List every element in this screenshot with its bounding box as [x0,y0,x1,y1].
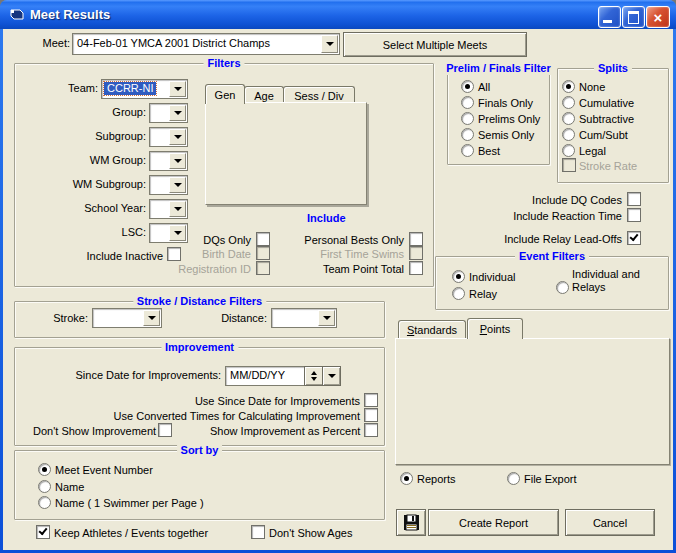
create-report-button[interactable]: Create Report [428,509,559,536]
since-date-field[interactable]: MM/DD/YY [225,366,306,386]
pf-all-radio[interactable] [461,80,474,93]
event-individual-and-relays-label[interactable]: Individual andRelays [572,268,652,294]
spinner-down-icon[interactable] [311,377,317,381]
pf-semis-only-radio[interactable] [461,128,474,141]
meet-select[interactable]: 04-Feb-01 YMCA 2001 District Champs [72,33,340,55]
use-since-date-label[interactable]: Use Since Date for Improvements [180,395,360,408]
show-improvement-percent-label[interactable]: Show Improvement as Percent [210,425,360,438]
show-improvement-percent-checkbox[interactable] [364,423,378,437]
splits-subtractive-label[interactable]: Subtractive [579,113,634,126]
splits-cumulative-label[interactable]: Cumulative [579,97,634,110]
sort-name-one-per-page-radio[interactable] [38,496,51,509]
distance-select-dropdown-icon[interactable] [318,310,335,326]
stroke-select-dropdown-icon[interactable] [143,310,160,326]
group-select-dropdown-icon[interactable] [169,105,186,121]
include-reaction-time-checkbox[interactable] [627,208,641,222]
wm-subgroup-select[interactable] [149,175,188,195]
include-dq-codes-checkbox[interactable] [627,192,641,206]
dont-show-ages-checkbox[interactable] [251,525,265,539]
pf-prelims-only-radio[interactable] [461,112,474,125]
use-converted-times-label[interactable]: Use Converted Times for Calculating Impr… [110,410,360,423]
splits-cumulative-radio[interactable] [562,96,575,109]
gender-tab-panel [205,102,367,205]
birth-date-label: Birth Date [154,248,251,261]
event-relay-radio[interactable] [452,287,465,300]
pf-finals-only-label[interactable]: Finals Only [478,97,533,110]
stroke-select[interactable] [92,308,162,328]
sort-meet-event-number-label[interactable]: Meet Event Number [55,464,153,477]
tab-gen[interactable]: Gen [205,84,245,104]
pf-best-radio[interactable] [461,144,474,157]
splits-cum-subt-label[interactable]: Cum/Subt [579,129,628,142]
splits-cum-subt-radio[interactable] [562,128,575,141]
window-title: Meet Results [30,7,110,22]
event-relay-label[interactable]: Relay [469,288,497,301]
cancel-button[interactable]: Cancel [565,509,655,536]
reports-radio[interactable] [400,472,413,485]
team-select-dropdown-icon[interactable] [169,81,186,97]
dont-show-ages-label[interactable]: Don't Show Ages [269,527,352,540]
tab-standards[interactable]: Standards [398,320,466,339]
meet-select-dropdown-icon[interactable] [321,35,338,53]
include-reaction-time-label[interactable]: Include Reaction Time [502,210,622,223]
save-button[interactable] [396,509,426,536]
splits-title: Splits [594,62,632,75]
pf-best-label[interactable]: Best [478,145,500,158]
select-multiple-meets-button[interactable]: Select Multiple Meets [343,32,527,57]
since-date-spinner[interactable] [304,366,324,386]
include-relay-lead-offs-label[interactable]: Include Relay Lead-Offs [492,233,622,246]
team-point-total-checkbox[interactable] [409,261,423,275]
event-individual-and-relays-radio[interactable] [556,281,569,294]
group-select[interactable] [149,103,188,123]
event-individual-label[interactable]: Individual [469,271,515,284]
personal-bests-only-label[interactable]: Personal Bests Only [294,234,404,247]
minimize-button[interactable] [598,6,621,28]
pf-finals-only-radio[interactable] [461,96,474,109]
wm-group-select[interactable] [149,151,188,171]
dont-show-improvement-label[interactable]: Don't Show Improvement [33,425,156,438]
splits-legal-radio[interactable] [562,144,575,157]
school-year-select-dropdown-icon[interactable] [169,201,186,217]
keep-athletes-together-checkbox[interactable] [36,525,50,539]
splits-none-radio[interactable] [562,80,575,93]
include-relay-lead-offs-checkbox[interactable] [627,231,641,245]
use-converted-times-checkbox[interactable] [364,408,378,422]
sort-name-one-per-page-label[interactable]: Name ( 1 Swimmer per Page ) [55,497,204,510]
wm-group-select-dropdown-icon[interactable] [169,153,186,169]
close-button[interactable]: × [646,6,670,28]
keep-athletes-together-label[interactable]: Keep Athletes / Events together [54,527,208,540]
team-label: Team: [28,82,98,95]
dqs-only-label[interactable]: DQs Only [154,234,251,247]
maximize-button[interactable] [622,6,645,28]
since-date-dropdown[interactable] [322,366,341,386]
dqs-only-checkbox[interactable] [256,232,270,246]
include-inactive-label[interactable]: Include Inactive [45,250,163,263]
team-select[interactable]: CCRR-NI [101,79,188,99]
file-export-label[interactable]: File Export [524,473,577,486]
pf-semis-only-label[interactable]: Semis Only [478,129,534,142]
personal-bests-only-checkbox[interactable] [409,232,423,246]
reports-label[interactable]: Reports [417,473,456,486]
wm-subgroup-select-dropdown-icon[interactable] [169,177,186,193]
title-bar[interactable]: Meet Results × [0,0,676,29]
sort-name-label[interactable]: Name [55,481,84,494]
pf-prelims-only-label[interactable]: Prelims Only [478,113,540,126]
file-export-radio[interactable] [507,472,520,485]
splits-subtractive-radio[interactable] [562,112,575,125]
sort-meet-event-number-radio[interactable] [38,463,51,476]
team-point-total-label[interactable]: Team Point Total [294,263,404,276]
include-dq-codes-label[interactable]: Include DQ Codes [522,194,622,207]
tab-points[interactable]: Points [467,318,523,339]
subgroup-select-dropdown-icon[interactable] [169,129,186,145]
sort-name-radio[interactable] [38,480,51,493]
event-individual-radio[interactable] [452,270,465,283]
dont-show-improvement-checkbox[interactable] [158,423,172,437]
pf-all-label[interactable]: All [478,81,490,94]
use-since-date-checkbox[interactable] [364,393,378,407]
splits-none-label[interactable]: None [579,81,605,94]
school-year-select[interactable] [149,199,188,219]
distance-select[interactable] [271,308,337,328]
spinner-up-icon[interactable] [311,371,317,375]
splits-legal-label[interactable]: Legal [579,145,606,158]
subgroup-select[interactable] [149,127,188,147]
